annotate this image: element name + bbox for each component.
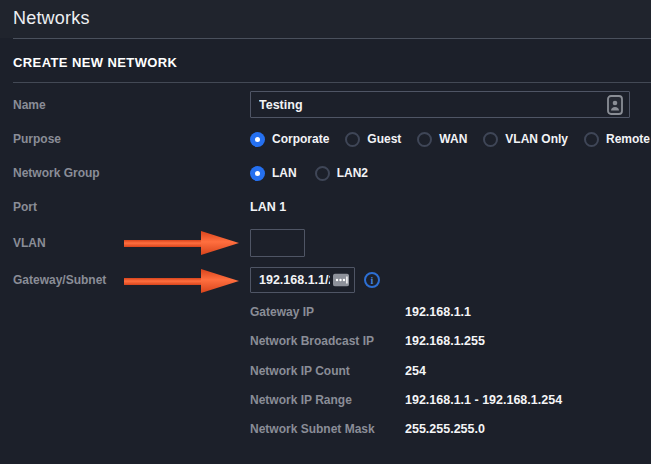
detail-label: Network Subnet Mask	[250, 422, 405, 436]
port-row: Port LAN 1	[13, 196, 632, 218]
header-divider	[13, 38, 651, 39]
arrow-shaft	[124, 278, 202, 285]
name-label: Name	[13, 98, 250, 112]
detail-value: 254	[405, 364, 426, 378]
name-row: Name	[13, 91, 632, 118]
networks-settings-page: Networks CREATE NEW NETWORK Name Purpose…	[0, 0, 651, 464]
port-value: LAN 1	[250, 200, 286, 214]
gateway-pointer-arrow	[124, 269, 239, 293]
page-title: Networks	[13, 8, 90, 29]
detail-label: Network IP Range	[250, 393, 405, 407]
network-group-radio-group: LAN LAN2	[250, 166, 368, 181]
name-input-wrap	[250, 91, 630, 118]
radio-button[interactable]	[483, 132, 498, 147]
network-group-row: Network Group LAN LAN2	[13, 162, 632, 184]
purpose-label: Purpose	[13, 132, 250, 146]
radio-option-label[interactable]: Corporate	[272, 132, 329, 146]
radio-option-label[interactable]: Guest	[367, 132, 401, 146]
radio-button[interactable]	[250, 132, 265, 147]
detail-row-broadcast-ip: Network Broadcast IP 192.168.1.255	[250, 334, 485, 348]
detail-label: Gateway IP	[250, 305, 405, 319]
vlan-input[interactable]	[250, 229, 305, 257]
radio-option-lan[interactable]: LAN	[250, 166, 297, 181]
info-icon[interactable]: i	[364, 272, 380, 288]
arrow-head	[201, 269, 239, 293]
radio-option-label[interactable]: WAN	[439, 132, 467, 146]
page-header: Networks	[0, 0, 651, 38]
radio-option-corporate[interactable]: Corporate	[250, 132, 329, 147]
contact-autofill-icon[interactable]	[607, 95, 623, 115]
radio-button[interactable]	[417, 132, 432, 147]
radio-button[interactable]	[584, 132, 599, 147]
radio-option-label[interactable]: VLAN Only	[505, 132, 568, 146]
gateway-subnet-row: Gateway/Subnet i	[13, 267, 632, 293]
name-input[interactable]	[250, 91, 630, 118]
radio-option-guest[interactable]: Guest	[345, 132, 401, 147]
radio-option-remote-user-vpn[interactable]: Remote User VPN	[584, 132, 651, 147]
port-label: Port	[13, 200, 250, 214]
arrow-head	[201, 231, 239, 255]
vlan-row: VLAN	[13, 229, 632, 257]
detail-value: 192.168.1.1 - 192.168.1.254	[405, 393, 562, 407]
detail-label: Network Broadcast IP	[250, 334, 405, 348]
section-divider	[13, 82, 651, 83]
vlan-pointer-arrow	[124, 231, 239, 255]
detail-label: Network IP Count	[250, 364, 405, 378]
radio-option-wan[interactable]: WAN	[417, 132, 467, 147]
network-group-label: Network Group	[13, 166, 250, 180]
detail-value: 255.255.255.0	[405, 422, 485, 436]
purpose-row: Purpose Corporate Guest WAN VLAN Only Re…	[13, 128, 632, 150]
radio-option-lan2[interactable]: LAN2	[315, 166, 368, 181]
radio-button[interactable]	[315, 166, 330, 181]
detail-row-subnet-mask: Network Subnet Mask 255.255.255.0	[250, 422, 485, 436]
detail-row-gateway-ip: Gateway IP 192.168.1.1	[250, 305, 471, 319]
purpose-radio-group: Corporate Guest WAN VLAN Only Remote Use…	[250, 132, 651, 147]
arrow-shaft	[124, 240, 202, 247]
radio-option-label[interactable]: Remote User VPN	[606, 132, 651, 146]
detail-value: 192.168.1.1	[405, 305, 471, 319]
radio-option-label[interactable]: LAN	[272, 166, 297, 180]
detail-row-ip-count: Network IP Count 254	[250, 364, 426, 378]
section-title: CREATE NEW NETWORK	[13, 55, 177, 70]
detail-row-ip-range: Network IP Range 192.168.1.1 - 192.168.1…	[250, 393, 562, 407]
radio-option-label[interactable]: LAN2	[337, 166, 368, 180]
radio-option-vlan-only[interactable]: VLAN Only	[483, 132, 568, 147]
detail-value: 192.168.1.255	[405, 334, 485, 348]
radio-button[interactable]	[345, 132, 360, 147]
radio-button[interactable]	[250, 166, 265, 181]
autofill-ellipsis-icon[interactable]	[333, 274, 349, 287]
gateway-input-wrap	[250, 267, 355, 293]
